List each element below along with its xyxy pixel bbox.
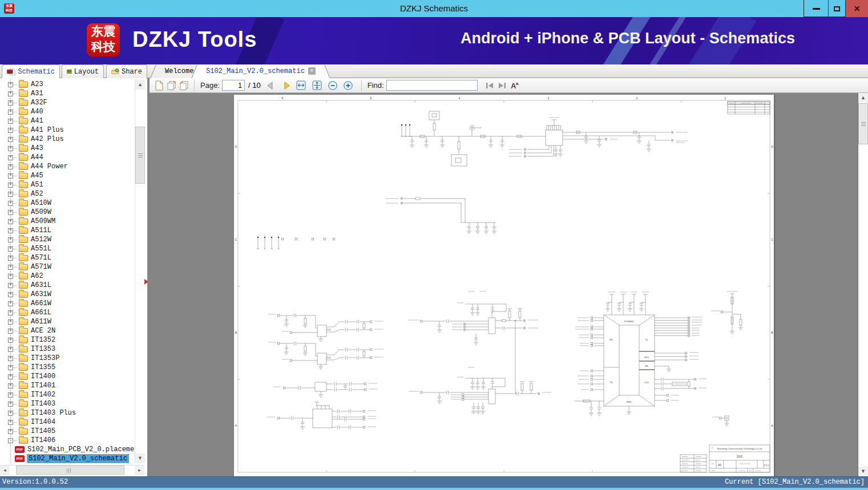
tree-folder-row[interactable]: +IT1353P	[0, 354, 135, 363]
tree-folder-row[interactable]: +A32F	[0, 98, 135, 107]
tree-folder-row[interactable]: +A23	[0, 80, 135, 89]
expand-icon[interactable]: +	[8, 411, 13, 416]
tree-folder-row[interactable]: +A45	[0, 171, 135, 180]
tree-folder-row[interactable]: +A631W	[0, 290, 135, 299]
tree-folder-row[interactable]: +A44	[0, 153, 135, 162]
tab-schematic[interactable]: PDF Schematic	[2, 64, 60, 78]
tree-folder-row[interactable]: +IT1400	[0, 372, 135, 381]
expand-icon[interactable]: +	[8, 256, 13, 261]
expand-icon[interactable]: +	[8, 210, 13, 215]
expand-icon[interactable]: +	[8, 91, 13, 96]
expand-icon[interactable]: +	[8, 301, 13, 306]
expand-icon[interactable]: +	[8, 338, 13, 343]
expand-icon[interactable]: +	[8, 100, 13, 106]
tree-folder-row[interactable]: +A661W	[0, 299, 135, 308]
tree-folder-row[interactable]: +A41	[0, 116, 135, 125]
expand-icon[interactable]: +	[8, 319, 13, 325]
tree-folder-row[interactable]: +A62	[0, 272, 135, 281]
scroll-right-icon[interactable]: ▸	[135, 465, 144, 475]
tree-folder-row[interactable]: +IT1403 Plus	[0, 408, 135, 418]
tree-folder-row[interactable]: +A611W	[0, 317, 135, 326]
tree-folder-row[interactable]: +A509WM	[0, 217, 135, 226]
scroll-down-icon[interactable]: ▼	[135, 453, 145, 463]
tree-folder-row[interactable]: +ACE 2N	[0, 326, 135, 335]
sidebar-horizontal-scrollbar[interactable]: ◂ ▸	[0, 465, 144, 475]
minimize-button[interactable]	[804, 0, 829, 17]
scrollbar-thumb[interactable]	[858, 103, 868, 144]
tree-file-row[interactable]: PDFS102_Main_PCB_V2_0.placement	[0, 445, 135, 454]
expand-icon[interactable]: +	[8, 329, 13, 334]
schematic-page[interactable]: 65 43 21 DC BA DC BA	[234, 95, 774, 476]
tree-folder-row[interactable]: +A52	[0, 189, 135, 199]
viewer-scrollbar[interactable]: ▲ ▼	[858, 93, 868, 476]
scroll-up-icon[interactable]: ▲	[135, 80, 145, 90]
tree-folder-row[interactable]: +A551L	[0, 244, 135, 253]
expand-icon[interactable]: +	[8, 173, 13, 179]
tree-folder-row[interactable]: +A661L	[0, 308, 135, 317]
expand-icon[interactable]: +	[8, 392, 13, 398]
expand-icon[interactable]: +	[8, 274, 13, 279]
tree-folder-row[interactable]: +IT1355	[0, 363, 135, 372]
expand-icon[interactable]: +	[8, 246, 13, 252]
tree-folder-row[interactable]: -IT1406	[0, 436, 135, 445]
find-prev-button[interactable]	[483, 79, 496, 92]
tree-folder-row[interactable]: +A44 Power	[0, 162, 135, 171]
tree-folder-row[interactable]: +A510W	[0, 199, 135, 208]
page-input[interactable]	[222, 80, 245, 91]
expand-icon[interactable]: +	[8, 201, 13, 206]
close-button[interactable]: ✕	[846, 0, 868, 17]
tree-folder-row[interactable]: +IT1404	[0, 418, 135, 427]
doc-tab-schematic[interactable]: S102_Main_V2.0_schematic✕	[198, 65, 324, 78]
tree-folder-row[interactable]: +A631L	[0, 281, 135, 290]
tree-folder-row[interactable]: +A40	[0, 107, 135, 116]
tree-folder-row[interactable]: +A512W	[0, 235, 135, 244]
tab-layout[interactable]: PADS Layout	[62, 64, 104, 78]
expand-icon[interactable]: +	[8, 119, 13, 124]
tree-folder-row[interactable]: +A571W	[0, 262, 135, 272]
tab-share[interactable]: Share	[106, 64, 147, 78]
tree-folder-row[interactable]: +A41 Plus	[0, 125, 135, 135]
splitter-collapse-arrow[interactable]	[144, 279, 148, 285]
scroll-up-icon[interactable]: ▲	[858, 93, 868, 103]
find-next-button[interactable]	[496, 79, 508, 92]
expand-icon[interactable]: +	[8, 283, 13, 288]
tree-file-row[interactable]: PDFS102_Main_V2.0_schematic	[0, 454, 135, 463]
expand-icon[interactable]: +	[8, 183, 13, 188]
collapse-icon[interactable]: -	[8, 438, 13, 443]
sidebar-vertical-scrollbar[interactable]: ▲ ▼	[135, 80, 144, 463]
tree-folder-row[interactable]: +IT1402	[0, 390, 135, 399]
expand-icon[interactable]: +	[8, 237, 13, 242]
expand-icon[interactable]: +	[8, 128, 13, 133]
copy-page-button[interactable]	[165, 79, 178, 92]
expand-icon[interactable]: +	[8, 429, 13, 434]
expand-icon[interactable]: +	[8, 402, 13, 407]
tree-folder-row[interactable]: +A42 Plus	[0, 135, 135, 144]
expand-icon[interactable]: +	[8, 265, 13, 270]
tree-folder-row[interactable]: +IT1401	[0, 381, 135, 390]
expand-icon[interactable]: +	[8, 155, 13, 160]
expand-icon[interactable]: +	[8, 228, 13, 233]
expand-icon[interactable]: +	[8, 146, 13, 151]
expand-icon[interactable]: +	[8, 356, 13, 361]
scrollbar-thumb[interactable]	[16, 465, 124, 475]
expand-icon[interactable]: +	[8, 292, 13, 297]
tree-folder-row[interactable]: +A31	[0, 89, 135, 98]
expand-icon[interactable]: +	[8, 82, 13, 87]
tree-folder-row[interactable]: +IT1405	[0, 427, 135, 436]
expand-icon[interactable]: +	[8, 110, 13, 115]
zoom-out-button[interactable]	[326, 79, 339, 92]
expand-icon[interactable]: +	[8, 137, 13, 142]
tree-folder-row[interactable]: +IT1353	[0, 345, 135, 354]
find-input[interactable]	[386, 80, 478, 91]
expand-icon[interactable]: +	[8, 365, 13, 370]
scroll-left-icon[interactable]: ◂	[0, 465, 10, 475]
expand-icon[interactable]: +	[8, 192, 13, 197]
tree-folder-row[interactable]: +IT1403	[0, 399, 135, 408]
expand-icon[interactable]: +	[8, 420, 13, 425]
tree-folder-row[interactable]: +A509W	[0, 208, 135, 217]
fit-width-button[interactable]	[295, 79, 308, 92]
viewer-canvas[interactable]: 65 43 21 DC BA DC BA	[150, 93, 858, 476]
expand-icon[interactable]: +	[8, 347, 13, 352]
scroll-down-icon[interactable]: ▼	[858, 467, 868, 476]
close-tab-icon[interactable]: ✕	[308, 67, 316, 75]
